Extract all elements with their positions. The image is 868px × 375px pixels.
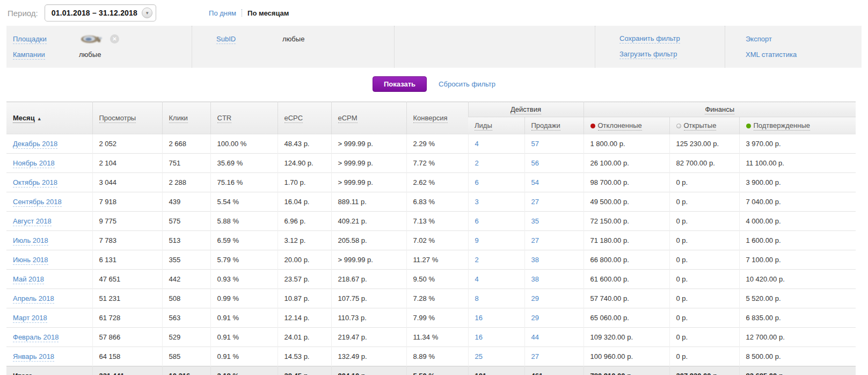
col-header-sales[interactable]: Продажи (524, 117, 583, 134)
col-header-declined[interactable]: Отклоненные (583, 117, 669, 134)
cell-ctr: 0.93 % (210, 270, 278, 289)
load-filter-link[interactable]: Загрузить фильтр (619, 50, 677, 59)
total-sales: 461 (524, 366, 583, 375)
chevron-down-icon[interactable]: ▼ (142, 8, 152, 18)
sales-link[interactable]: 29 (531, 294, 539, 302)
sales-link[interactable]: 54 (531, 178, 539, 186)
save-filter-link[interactable]: Сохранить фильтр (619, 34, 680, 44)
cell-clicks: 575 (162, 212, 210, 231)
col-header-ecpm[interactable]: eCPM (331, 102, 406, 134)
subid-value: любые (282, 35, 304, 43)
col-header-conversion[interactable]: Конверсия (406, 102, 468, 134)
stats-table: Месяц▲ Просмотры Клики CTR eCPC eCPM Кон… (6, 102, 856, 375)
sales-link[interactable]: 38 (531, 275, 539, 283)
col-header-clicks[interactable]: Клики (162, 102, 210, 134)
col-header-open[interactable]: Открытые (669, 117, 739, 134)
campaigns-filter-link[interactable]: Кампании (13, 51, 45, 60)
export-link[interactable]: Экспорт (746, 35, 772, 43)
declined-dot-icon (590, 124, 595, 128)
cell-views: 61 728 (92, 308, 162, 328)
sales-link[interactable]: 29 (531, 314, 539, 322)
subid-filter-link[interactable]: SubID (216, 35, 236, 44)
remove-platform-icon[interactable]: ✕ (110, 34, 119, 44)
sales-link[interactable]: 27 (531, 352, 539, 360)
tab-by-days[interactable]: По дням (209, 9, 236, 17)
reset-filter-link[interactable]: Сбросить фильтр (439, 80, 495, 88)
leads-link[interactable]: 9 (475, 236, 479, 244)
col-header-views[interactable]: Просмотры (92, 102, 162, 134)
group-header-finance: Финансы (583, 102, 856, 117)
xml-stats-link[interactable]: XML статистика (746, 51, 797, 59)
sales-link[interactable]: 56 (531, 159, 539, 167)
sales-link[interactable]: 27 (531, 198, 539, 206)
cell-ecpc: 23.57 р. (278, 270, 331, 289)
month-link[interactable]: Февраль 2018 (13, 333, 59, 342)
show-button[interactable]: Показать (373, 76, 427, 92)
total-label: Итого (6, 366, 92, 375)
month-link[interactable]: Ноябрь 2018 (13, 159, 55, 168)
sales-link[interactable]: 27 (531, 236, 539, 244)
month-link[interactable]: Октябрь 2018 (13, 178, 57, 188)
cell-clicks: 508 (162, 289, 210, 308)
sales-link[interactable]: 44 (531, 333, 539, 341)
table-row: Сентябрь 20187 9184395.54 %16.04 р.889.1… (6, 192, 856, 212)
leads-link[interactable]: 16 (475, 314, 483, 322)
platforms-filter-link[interactable]: Площадки (13, 35, 47, 44)
month-link[interactable]: Июль 2018 (13, 236, 48, 246)
leads-link[interactable]: 2 (475, 256, 479, 264)
cell-clicks: 513 (162, 231, 210, 250)
filter-section-save: Сохранить фильтр Загрузить фильтр (595, 26, 725, 68)
leads-link[interactable]: 6 (475, 217, 479, 225)
leads-link[interactable]: 25 (475, 352, 483, 360)
cell-open: 0 р. (669, 328, 739, 347)
cell-views: 57 866 (92, 328, 162, 347)
cell-confirmed: 4 000.00 р. (739, 212, 856, 231)
cell-ecpc: 3.12 р. (278, 231, 331, 250)
cell-declined: 109 320.00 р. (583, 328, 669, 347)
cell-confirmed: 3 900.00 р. (739, 173, 856, 192)
sales-link[interactable]: 38 (531, 256, 539, 264)
sales-link[interactable]: 35 (531, 217, 539, 225)
month-link[interactable]: Декабрь 2018 (13, 140, 57, 149)
leads-link[interactable]: 16 (475, 333, 483, 341)
cell-leads: 25 (468, 347, 524, 366)
cell-confirmed: 12 700.00 р. (739, 328, 856, 347)
leads-link[interactable]: 3 (475, 198, 479, 206)
col-header-ecpc[interactable]: eCPC (278, 102, 331, 134)
month-link[interactable]: Сентябрь 2018 (13, 198, 62, 207)
cell-conversion: 7.28 % (406, 289, 468, 308)
col-header-leads[interactable]: Лиды (468, 117, 524, 134)
cell-open: 0 р. (669, 308, 739, 328)
cell-leads: 9 (468, 231, 524, 250)
month-link[interactable]: Январь 2018 (13, 352, 54, 362)
cell-clicks: 563 (162, 308, 210, 328)
col-header-confirmed[interactable]: Подтвержденные (739, 117, 856, 134)
cell-views: 51 231 (92, 289, 162, 308)
cell-conversion: 9.50 % (406, 270, 468, 289)
leads-link[interactable]: 4 (475, 275, 479, 283)
cell-open: 82 700.00 р. (669, 154, 739, 173)
period-select[interactable]: 01.01.2018 – 31.12.2018 ▼ (45, 4, 156, 21)
filter-section-subid: SubID любые (192, 26, 394, 68)
cell-month: Май 2018 (6, 270, 92, 289)
tab-by-months[interactable]: По месяцам (247, 9, 289, 17)
leads-link[interactable]: 6 (475, 178, 479, 186)
col-header-ctr[interactable]: CTR (210, 102, 278, 134)
cell-ecpc: 48.43 р. (278, 134, 331, 154)
filter-spacer (394, 26, 595, 68)
cell-open: 0 р. (669, 173, 739, 192)
month-link[interactable]: Август 2018 (13, 217, 52, 226)
cell-ctr: 35.69 % (210, 154, 278, 173)
leads-link[interactable]: 4 (475, 140, 479, 148)
month-link[interactable]: Апрель 2018 (13, 294, 54, 304)
campaigns-value: любые (79, 51, 101, 59)
col-header-month[interactable]: Месяц▲ (6, 102, 92, 134)
leads-link[interactable]: 8 (475, 294, 479, 302)
month-link[interactable]: Март 2018 (13, 314, 47, 323)
month-link[interactable]: Июнь 2018 (13, 256, 48, 265)
cell-month: Ноябрь 2018 (6, 154, 92, 173)
top-bar: Период: 01.01.2018 – 31.12.2018 ▼ По дня… (0, 0, 868, 25)
sales-link[interactable]: 57 (531, 140, 539, 148)
month-link[interactable]: Май 2018 (13, 275, 44, 284)
leads-link[interactable]: 2 (475, 159, 479, 167)
